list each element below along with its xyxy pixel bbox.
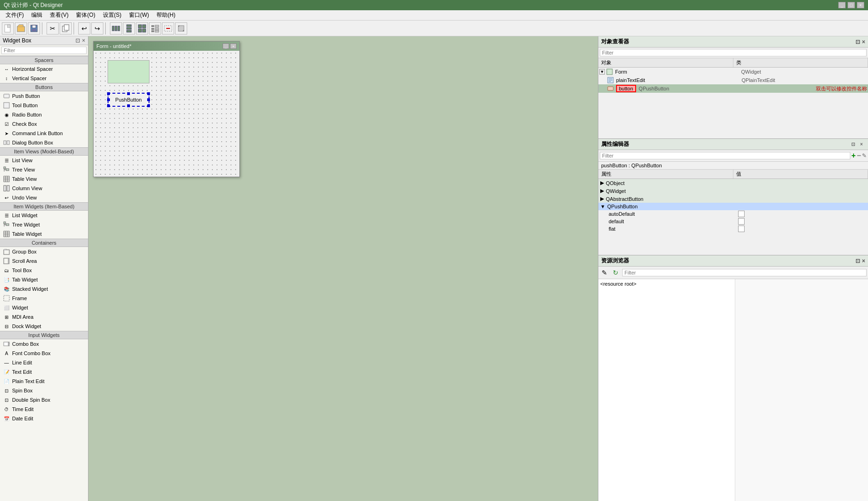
rb-float-button[interactable]: ⊡ <box>855 258 860 264</box>
widget-dock-widget[interactable]: ⊟ Dock Widget <box>0 322 88 331</box>
widget-undo-view[interactable]: ↩ Undo View <box>0 193 88 202</box>
widget-box-float[interactable]: ⊡ <box>75 37 80 44</box>
widget-double-spin-box[interactable]: ⊡ Double Spin Box <box>0 395 88 405</box>
redo-button[interactable]: ↪ <box>91 22 103 34</box>
widget-widget[interactable]: ⬜ Widget <box>0 303 88 312</box>
oi-row-button[interactable]: button QPushButton 双击可以修改控件名称 <box>598 84 868 93</box>
maximize-button[interactable]: □ <box>848 2 855 8</box>
widget-combo-box[interactable]: ▼ Combo Box <box>0 339 88 349</box>
widget-column-view[interactable]: Column View <box>0 184 88 193</box>
pe-header-controls[interactable]: ⊡ × <box>849 141 865 148</box>
widget-tree-view[interactable]: Tree View <box>0 165 88 174</box>
widget-mdi-area[interactable]: ⊞ MDI Area <box>0 312 88 322</box>
pe-group-qobject[interactable]: ▶ QObject <box>598 179 868 187</box>
rb-header-controls[interactable]: ⊡ × <box>854 258 865 264</box>
form-window-controls[interactable]: _ × <box>223 43 237 49</box>
widget-tab-widget[interactable]: 📑 Tab Widget <box>0 275 88 284</box>
widget-frame[interactable]: Frame <box>0 294 88 303</box>
rb-refresh-button[interactable]: ↻ <box>611 268 620 277</box>
handle-tr[interactable] <box>147 92 150 95</box>
handle-ml[interactable] <box>107 98 110 101</box>
pe-checkbox-autodefault[interactable] <box>738 211 745 217</box>
menu-edit[interactable]: 编辑 <box>27 10 46 20</box>
widget-box-controls[interactable]: ⊡ × <box>74 37 85 44</box>
menu-file[interactable]: 文件(F) <box>2 10 27 20</box>
widget-font-combo-box[interactable]: A Font Combo Box <box>0 349 88 358</box>
pe-row-autodefault[interactable]: autoDefault <box>598 210 868 218</box>
menu-settings[interactable]: 设置(S) <box>99 10 125 20</box>
window-controls[interactable]: _ □ × <box>838 2 864 8</box>
oi-float-button[interactable]: ⊡ <box>855 39 860 45</box>
oi-expand-form[interactable]: ▼ <box>599 69 605 75</box>
handle-bm[interactable] <box>127 104 130 107</box>
pe-edit-button[interactable]: ✎ <box>862 152 867 159</box>
pe-float-button[interactable]: ⊡ <box>849 141 857 148</box>
rb-filter-input[interactable] <box>622 269 867 276</box>
undo-button[interactable]: ↩ <box>78 22 90 34</box>
oi-close-button[interactable]: × <box>862 39 865 45</box>
widget-check-box[interactable]: ☑ Check Box <box>0 119 88 129</box>
push-button-widget[interactable]: PushButton <box>108 93 149 107</box>
copy-button[interactable] <box>60 22 72 34</box>
oi-controls[interactable]: ⊡ × <box>854 39 865 45</box>
widget-box-filter-input[interactable] <box>1 47 87 54</box>
widget-push-button[interactable]: Push Button <box>0 91 88 101</box>
grid-layout-button[interactable] <box>136 22 148 34</box>
horizontal-layout-button[interactable] <box>110 22 122 34</box>
widget-text-edit[interactable]: 📝 Text Edit <box>0 367 88 377</box>
new-button[interactable] <box>2 22 14 34</box>
handle-tl[interactable] <box>107 92 110 95</box>
widget-radio-button[interactable]: ◉ Radio Button <box>0 110 88 119</box>
green-widget[interactable] <box>108 60 149 83</box>
menu-window[interactable]: 窗口(W) <box>125 10 153 20</box>
widget-date-edit[interactable]: 📅 Date Edit <box>0 414 88 423</box>
widget-list-view[interactable]: ☰ List View <box>0 156 88 165</box>
cut-button[interactable]: ✂ <box>47 22 59 34</box>
widget-list-widget[interactable]: ☰ List Widget <box>0 211 88 220</box>
oi-filter-input[interactable] <box>600 49 867 56</box>
pe-checkbox-default[interactable] <box>738 218 745 225</box>
widget-tool-button[interactable]: Tool Button <box>0 101 88 110</box>
break-layout-button[interactable] <box>162 22 174 34</box>
widget-vertical-spacer[interactable]: ↕ Vertical Spacer <box>0 74 88 83</box>
widget-time-edit[interactable]: ⏱ Time Edit <box>0 405 88 414</box>
handle-mr[interactable] <box>147 98 150 101</box>
widget-spin-box[interactable]: ⊡ Spin Box <box>0 386 88 395</box>
pe-row-default[interactable]: default <box>598 218 868 225</box>
category-buttons[interactable]: Buttons <box>0 83 88 91</box>
widget-line-edit[interactable]: — Line Edit <box>0 358 88 367</box>
menu-view[interactable]: 查看(V) <box>46 10 72 20</box>
pe-delete-button[interactable]: − <box>857 151 861 160</box>
close-button[interactable]: × <box>857 2 864 8</box>
widget-plain-text-edit[interactable]: 📄 Plain Text Edit <box>0 377 88 386</box>
open-button[interactable] <box>15 22 27 34</box>
widget-stacked-widget[interactable]: 📚 Stacked Widget <box>0 284 88 294</box>
pe-filter-input[interactable] <box>600 152 850 159</box>
minimize-button[interactable]: _ <box>838 2 846 8</box>
pe-group-qabstractbutton[interactable]: ▶ QAbstractButton <box>598 195 868 203</box>
handle-bl[interactable] <box>107 104 110 107</box>
pe-checkbox-flat[interactable] <box>738 226 745 232</box>
form-close-button[interactable]: × <box>230 43 237 49</box>
save-button[interactable] <box>28 22 40 34</box>
category-item-widgets[interactable]: Item Widgets (Item-Based) <box>0 202 88 211</box>
category-containers[interactable]: Containers <box>0 239 88 247</box>
form-minimize-button[interactable]: _ <box>223 43 229 49</box>
category-input-widgets[interactable]: Input Widgets <box>0 331 88 339</box>
form-canvas[interactable]: PushButton <box>94 51 239 177</box>
rb-close-button[interactable]: × <box>862 258 865 264</box>
widget-box-close[interactable]: × <box>82 37 85 44</box>
category-item-views[interactable]: Item Views (Model-Based) <box>0 147 88 156</box>
widget-tree-widget[interactable]: Tree Widget <box>0 220 88 229</box>
adjust-size-button[interactable] <box>175 22 187 34</box>
pe-close-button[interactable]: × <box>858 141 865 148</box>
handle-tm[interactable] <box>127 92 130 95</box>
pe-row-flat[interactable]: flat <box>598 225 868 233</box>
widget-table-widget[interactable]: Table Widget <box>0 229 88 239</box>
widget-group-box[interactable]: GB Group Box <box>0 247 88 256</box>
widget-command-link-button[interactable]: ➤ Command Link Button <box>0 129 88 138</box>
oi-row-form[interactable]: ▼ Form QWidget <box>598 68 868 76</box>
rb-pencil-button[interactable]: ✎ <box>600 268 609 277</box>
pe-group-qwidget[interactable]: ▶ QWidget <box>598 187 868 195</box>
handle-br[interactable] <box>147 104 150 107</box>
